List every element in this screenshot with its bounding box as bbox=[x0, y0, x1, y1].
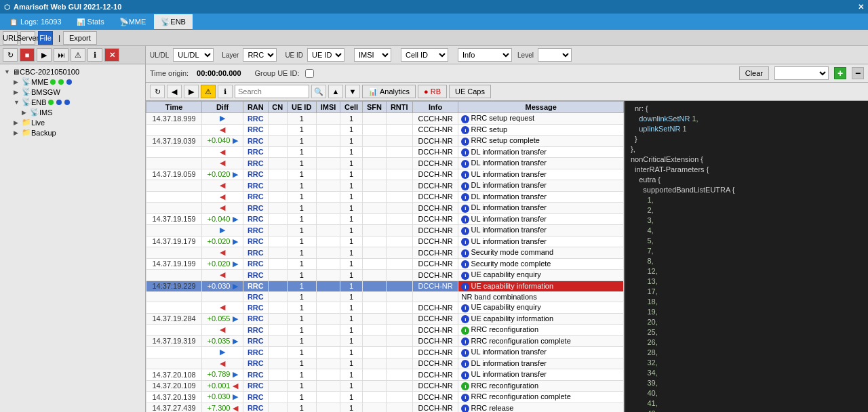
tb-up-btn[interactable]: ▲ bbox=[328, 85, 343, 98]
step-btn[interactable]: ⏭ bbox=[54, 48, 68, 62]
layer-select[interactable]: RRCMACPHY bbox=[243, 48, 277, 62]
table-row[interactable]: 14.37.19.039 +0.040 ▶ RRC 1 1 DCCH-NR iR… bbox=[146, 136, 624, 147]
bmsgw-icon: 📡 bbox=[22, 87, 31, 96]
cell-sfn bbox=[362, 347, 386, 358]
table-row[interactable]: ◀ RRC 1 1 DCCH-NR iSecurity mode command bbox=[146, 247, 624, 259]
cell-cn bbox=[268, 392, 287, 403]
close-left-btn[interactable]: ✕ bbox=[104, 48, 119, 62]
stop-btn[interactable]: ■ bbox=[20, 48, 35, 62]
tree-item-mme[interactable]: ▶ 📡 MME bbox=[3, 77, 142, 87]
cell-sfn bbox=[362, 203, 386, 214]
table-row[interactable]: ▶ RRC 1 1 DCCH-NR iUL information transf… bbox=[146, 225, 624, 236]
code-line: interRAT-Parameters { bbox=[631, 165, 863, 175]
table-row[interactable]: ◀ RRC 1 1 DCCH-NR iRRC reconfiguration bbox=[146, 325, 624, 336]
uldl-select[interactable]: UL/DLULDL bbox=[173, 48, 214, 62]
table-row[interactable]: ◀ RRC 1 1 DCCH-NR iDL information transf… bbox=[146, 180, 624, 192]
tab-enb[interactable]: 📡 ENB bbox=[154, 14, 193, 29]
clear-dropdown[interactable] bbox=[774, 66, 829, 80]
table-row[interactable]: ◀ RRC 1 1 DCCH-NR iDL information transf… bbox=[146, 191, 624, 203]
rb-button[interactable]: ● RB bbox=[418, 85, 447, 98]
cell-time bbox=[146, 180, 202, 192]
cell-cn bbox=[268, 191, 287, 203]
table-row[interactable]: ◀ RRC 1 1 DCCH-NR iUE capability enquiry bbox=[146, 270, 624, 281]
cell-cn bbox=[268, 347, 287, 358]
tree-item-backup[interactable]: ▶ 📁 Backup bbox=[3, 127, 142, 138]
tb-refresh-btn[interactable]: ↻ bbox=[150, 85, 165, 98]
refresh-btn[interactable]: ↻ bbox=[3, 48, 18, 62]
code-line: 3, bbox=[631, 215, 863, 226]
ue-caps-button[interactable]: UE Caps bbox=[449, 85, 491, 98]
table-row[interactable]: 14.37.19.284 +0.055 ▶ RRC 1 1 DCCH-NR iU… bbox=[146, 313, 624, 325]
level-select[interactable] bbox=[538, 48, 572, 62]
code-line: uplinkSetNR 1 bbox=[631, 124, 863, 134]
server-button[interactable]: Server bbox=[20, 31, 35, 45]
tree-item-ims[interactable]: ▶ 📡 IMS bbox=[3, 107, 142, 117]
tb-info2-btn[interactable]: ℹ bbox=[218, 85, 233, 98]
tab-logs[interactable]: 📋 Logs: 16093 bbox=[3, 14, 68, 29]
table-row[interactable]: 14:37:19.229 +0.030 ▶ RRC 1 1 DCCH-NR iU… bbox=[146, 281, 624, 292]
table-row[interactable]: 14.37.19.179 +0.020 ▶ RRC 1 1 DCCH-NR iU… bbox=[146, 236, 624, 247]
logs-icon: 📋 bbox=[9, 18, 18, 26]
table-row[interactable]: RRC 1 1 NR band combinations bbox=[146, 292, 624, 302]
table-row[interactable]: 14.37.20.108 +0.789 ▶ RRC 1 1 DCCH-NR iU… bbox=[146, 369, 624, 381]
tb-down-btn[interactable]: ▼ bbox=[345, 85, 360, 98]
table-row[interactable]: 14.37.20.109 +0.001 ◀ RRC 1 1 DCCH-NR iR… bbox=[146, 380, 624, 392]
tb-prev-btn[interactable]: ◀ bbox=[167, 85, 182, 98]
cell-ran: RRC bbox=[243, 380, 268, 392]
table-row[interactable]: 14.37.19.199 +0.020 ▶ RRC 1 1 DCCH-NR iS… bbox=[146, 258, 624, 270]
tb-warn-btn[interactable]: ⚠ bbox=[201, 85, 216, 98]
table-row[interactable]: 14.37.19.059 +0.020 ▶ RRC 1 1 DCCH-NR iU… bbox=[146, 169, 624, 180]
imsi-select[interactable]: IMSI bbox=[354, 48, 391, 62]
cellid-select[interactable]: Cell ID bbox=[401, 48, 448, 62]
table-row[interactable]: ◀ RRC 1 1 DCCH-NR iDL information transf… bbox=[146, 158, 624, 169]
enb-tree-label: ENB bbox=[31, 98, 47, 106]
add-button[interactable]: + bbox=[834, 67, 846, 79]
tree-item-live[interactable]: ▶ 📁 Live bbox=[3, 117, 142, 127]
cell-cn bbox=[268, 113, 287, 125]
table-row[interactable]: 14.37.19.159 +0.040 ▶ RRC 1 1 DCCH-NR iU… bbox=[146, 213, 624, 225]
tree-item-bmsgw[interactable]: ▶ 📡 BMSGW bbox=[3, 87, 142, 97]
table-row[interactable]: ◀ RRC 1 1 DCCH-NR iUE capability enquiry bbox=[146, 302, 624, 314]
minus-button[interactable]: − bbox=[852, 67, 864, 79]
cell-sfn bbox=[362, 380, 386, 392]
cell-time: 14.37.19.319 bbox=[146, 335, 202, 347]
clear-button[interactable]: Clear bbox=[739, 66, 769, 80]
table-row[interactable]: 14.37.18.999 ▶ RRC 1 1 CCCH-NR iRRC setu… bbox=[146, 113, 624, 125]
export-button[interactable]: Export bbox=[63, 31, 97, 45]
table-row[interactable]: ◀ RRC 1 1 CCCH-NR iRRC setup bbox=[146, 124, 624, 136]
table-row[interactable]: 14.37.19.319 +0.035 ▶ RRC 1 1 DCCH-NR iR… bbox=[146, 335, 624, 347]
analytics-button[interactable]: 📊 Analytics bbox=[362, 85, 416, 98]
search-input[interactable] bbox=[235, 85, 309, 98]
tree-item-cbc[interactable]: ▼ 🖥 CBC-2021050100 bbox=[3, 67, 142, 77]
cell-message: iDL information transfer bbox=[458, 358, 624, 369]
cell-imsi bbox=[316, 369, 340, 381]
table-row[interactable]: ◀ RRC 1 1 DCCH-NR iDL information transf… bbox=[146, 146, 624, 158]
cell-message: iDL information transfer bbox=[458, 158, 624, 169]
url-button[interactable]: URL bbox=[3, 31, 18, 45]
info-select[interactable]: Info bbox=[458, 48, 512, 62]
table-row[interactable]: 14.37.20.139 +0.030 ▶ RRC 1 1 DCCH-NR iR… bbox=[146, 392, 624, 403]
cell-time: 14.37.19.159 bbox=[146, 213, 202, 225]
warn-btn[interactable]: ⚠ bbox=[71, 48, 85, 62]
cell-imsi bbox=[316, 146, 340, 158]
tab-mme[interactable]: 📡 MME bbox=[113, 14, 153, 29]
table-row[interactable]: ▶ RRC 1 1 DCCH-NR iUL information transf… bbox=[146, 347, 624, 358]
cell-ran: RRC bbox=[243, 292, 268, 302]
table-row[interactable]: ◀ RRC 1 1 DCCH-NR iDL information transf… bbox=[146, 203, 624, 214]
file-button[interactable]: File bbox=[38, 31, 53, 45]
close-btn[interactable]: ✕ bbox=[858, 3, 864, 12]
cell-cn bbox=[268, 247, 287, 259]
play-btn[interactable]: ▶ bbox=[37, 48, 52, 62]
tab-stats[interactable]: 📊 Stats bbox=[70, 14, 111, 29]
cell-ran: RRC bbox=[243, 136, 268, 147]
tree-item-enb[interactable]: ▼ 📡 ENB bbox=[3, 97, 142, 107]
table-row[interactable]: ◀ RRC 1 1 DCCH-NR iDL information transf… bbox=[146, 358, 624, 369]
ueid-select[interactable]: UE ID12 bbox=[307, 48, 344, 62]
info-btn[interactable]: ℹ bbox=[87, 48, 102, 62]
tb-filter-btn[interactable]: 🔍 bbox=[311, 85, 326, 98]
cell-diff: ◀ bbox=[202, 325, 243, 336]
tb-next-btn[interactable]: ▶ bbox=[184, 85, 199, 98]
cell-sfn bbox=[362, 325, 386, 336]
table-row[interactable]: 14.37.27.439 +7.300 ◀ RRC 1 1 DCCH-NR iR… bbox=[146, 403, 624, 412]
group-ue-checkbox[interactable] bbox=[305, 69, 314, 78]
